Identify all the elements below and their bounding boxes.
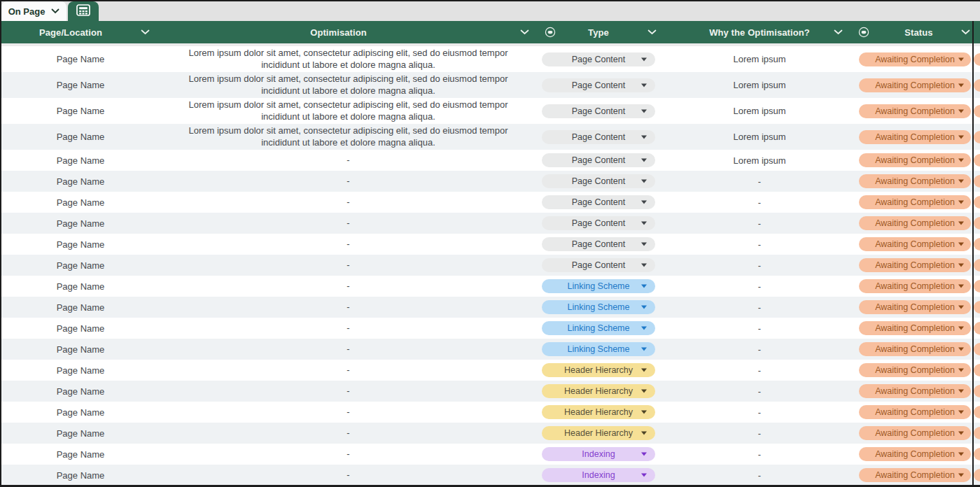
cell-status[interactable]: Awaiting Completion: [858, 46, 980, 72]
type-dropdown[interactable]: Page Content: [542, 237, 655, 251]
cell-why[interactable]: -: [662, 255, 858, 276]
cell-type[interactable]: Page Content: [536, 234, 662, 255]
cell-optimisation[interactable]: -: [161, 234, 536, 255]
cell-page-name[interactable]: Page Name: [0, 255, 161, 276]
cell-why[interactable]: Lorem ipsum: [662, 150, 858, 171]
cell-type[interactable]: Linking Scheme: [536, 297, 662, 318]
cell-page-name[interactable]: Page Name: [0, 213, 161, 234]
header-status[interactable]: Status: [858, 21, 980, 43]
header-optimisation[interactable]: Optimisation: [161, 21, 536, 43]
cell-status[interactable]: Awaiting Completion: [858, 192, 980, 213]
cell-page-name[interactable]: Page Name: [0, 192, 161, 213]
cell-why[interactable]: -: [662, 171, 858, 192]
type-dropdown[interactable]: Indexing: [542, 447, 655, 461]
tab-on-page[interactable]: On Page: [1, 1, 66, 21]
cell-status[interactable]: Awaiting Completion: [858, 297, 980, 318]
cell-status[interactable]: Awaiting Completion: [858, 234, 980, 255]
cell-type[interactable]: Page Content: [536, 255, 662, 276]
cell-page-name[interactable]: Page Name: [0, 46, 161, 72]
cell-status[interactable]: Awaiting Completion: [858, 150, 980, 171]
status-dropdown[interactable]: Awaiting Completion: [859, 363, 971, 377]
type-dropdown[interactable]: Linking Scheme: [542, 300, 655, 314]
cell-optimisation[interactable]: -: [161, 192, 536, 213]
cell-status[interactable]: Awaiting Completion: [858, 124, 980, 150]
cell-status[interactable]: Awaiting Completion: [858, 255, 980, 276]
cell-why[interactable]: -: [662, 360, 858, 381]
cell-type[interactable]: Header Hierarchy: [536, 423, 662, 444]
status-dropdown[interactable]: Awaiting Completion: [859, 153, 971, 167]
cell-type[interactable]: Linking Scheme: [536, 318, 662, 339]
header-type[interactable]: Type: [536, 21, 662, 43]
cell-page-name[interactable]: Page Name: [0, 297, 161, 318]
cell-type[interactable]: Page Content: [536, 98, 662, 124]
cell-status[interactable]: Awaiting Completion: [858, 213, 980, 234]
status-dropdown[interactable]: Awaiting Completion: [859, 216, 971, 230]
cell-why[interactable]: Lorem ipsum: [662, 124, 858, 150]
type-dropdown[interactable]: Header Hierarchy: [542, 405, 655, 419]
status-dropdown[interactable]: Awaiting Completion: [859, 237, 971, 251]
status-dropdown[interactable]: Awaiting Completion: [859, 258, 971, 272]
cell-optimisation[interactable]: -: [161, 444, 536, 465]
cell-optimisation[interactable]: -: [161, 171, 536, 192]
cell-status[interactable]: Awaiting Completion: [858, 402, 980, 423]
type-dropdown[interactable]: Page Content: [542, 52, 655, 66]
cell-why[interactable]: -: [662, 339, 858, 360]
cell-page-name[interactable]: Page Name: [0, 171, 161, 192]
cell-why[interactable]: -: [662, 444, 858, 465]
cell-optimisation[interactable]: -: [161, 339, 536, 360]
cell-type[interactable]: Header Hierarchy: [536, 360, 662, 381]
chevron-down-icon[interactable]: [141, 29, 150, 35]
cell-status[interactable]: Awaiting Completion: [858, 72, 980, 98]
cell-optimisation[interactable]: -: [161, 276, 536, 297]
cell-optimisation[interactable]: -: [161, 402, 536, 423]
cell-type[interactable]: Page Content: [536, 72, 662, 98]
cell-page-name[interactable]: Page Name: [0, 465, 161, 486]
cell-page-name[interactable]: Page Name: [0, 423, 161, 444]
type-dropdown[interactable]: Page Content: [542, 153, 655, 167]
status-dropdown[interactable]: Awaiting Completion: [859, 104, 971, 118]
cell-type[interactable]: Page Content: [536, 213, 662, 234]
cell-why[interactable]: Lorem ipsum: [662, 72, 858, 98]
cell-status[interactable]: Awaiting Completion: [858, 98, 980, 124]
cell-optimisation[interactable]: Lorem ipsum dolor sit amet, consectetur …: [161, 124, 536, 150]
type-dropdown[interactable]: Page Content: [542, 78, 655, 92]
cell-status[interactable]: Awaiting Completion: [858, 444, 980, 465]
type-dropdown[interactable]: Header Hierarchy: [542, 426, 655, 440]
status-dropdown[interactable]: Awaiting Completion: [859, 279, 971, 293]
cell-why[interactable]: -: [662, 276, 858, 297]
cell-why[interactable]: -: [662, 297, 858, 318]
chevron-down-icon[interactable]: [520, 29, 529, 35]
cell-status[interactable]: Awaiting Completion: [858, 171, 980, 192]
cell-why[interactable]: -: [662, 423, 858, 444]
cell-page-name[interactable]: Page Name: [0, 72, 161, 98]
status-dropdown[interactable]: Awaiting Completion: [859, 426, 971, 440]
cell-page-name[interactable]: Page Name: [0, 318, 161, 339]
header-page-location[interactable]: Page/Location: [0, 21, 161, 43]
status-dropdown[interactable]: Awaiting Completion: [859, 405, 971, 419]
status-dropdown[interactable]: Awaiting Completion: [859, 342, 971, 356]
cell-page-name[interactable]: Page Name: [0, 276, 161, 297]
cell-why[interactable]: -: [662, 381, 858, 402]
cell-page-name[interactable]: Page Name: [0, 444, 161, 465]
cell-status[interactable]: Awaiting Completion: [858, 360, 980, 381]
cell-type[interactable]: Page Content: [536, 46, 662, 72]
cell-page-name[interactable]: Page Name: [0, 98, 161, 124]
cell-type[interactable]: Header Hierarchy: [536, 381, 662, 402]
cell-optimisation[interactable]: -: [161, 381, 536, 402]
cell-type[interactable]: Linking Scheme: [536, 339, 662, 360]
cell-page-name[interactable]: Page Name: [0, 150, 161, 171]
type-dropdown[interactable]: Header Hierarchy: [542, 384, 655, 398]
cell-optimisation[interactable]: -: [161, 423, 536, 444]
cell-page-name[interactable]: Page Name: [0, 339, 161, 360]
type-dropdown[interactable]: Linking Scheme: [542, 321, 655, 335]
cell-why[interactable]: Lorem ipsum: [662, 46, 858, 72]
type-dropdown[interactable]: Linking Scheme: [542, 342, 655, 356]
status-dropdown[interactable]: Awaiting Completion: [859, 174, 971, 188]
cell-type[interactable]: Indexing: [536, 444, 662, 465]
cell-why[interactable]: -: [662, 192, 858, 213]
cell-status[interactable]: Awaiting Completion: [858, 276, 980, 297]
type-dropdown[interactable]: Linking Scheme: [542, 279, 655, 293]
tab-spreadsheet[interactable]: [68, 1, 99, 21]
cell-why[interactable]: Lorem ipsum: [662, 98, 858, 124]
cell-type[interactable]: Page Content: [536, 192, 662, 213]
